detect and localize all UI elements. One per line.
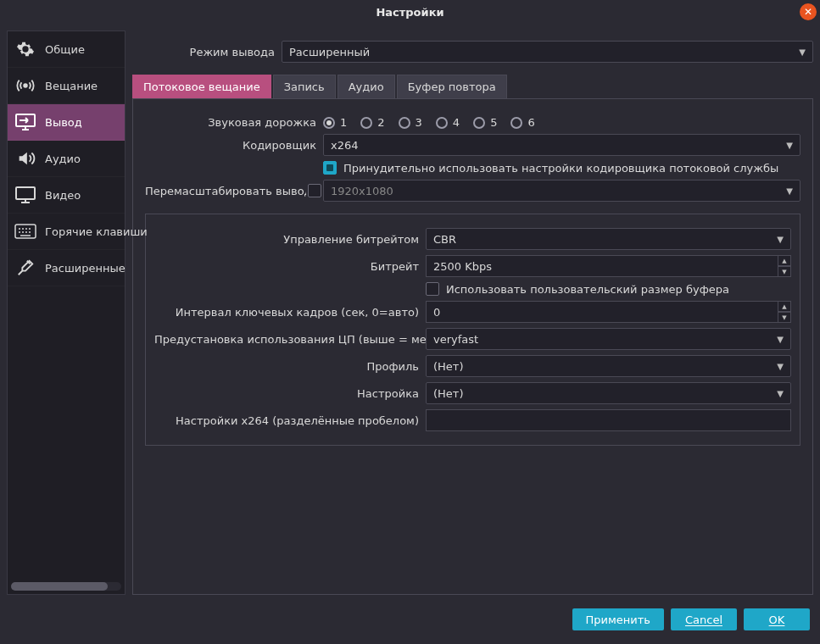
- encoder-label: Кодировщик: [145, 139, 323, 152]
- encoder-select[interactable]: x264 ▼: [323, 134, 800, 156]
- audio-track-label: Звуковая дорожка: [145, 116, 323, 129]
- rescale-checkbox[interactable]: [308, 184, 321, 197]
- streaming-panel: Звуковая дорожка 1 2 3 4 5 6 Кодировщик …: [132, 98, 813, 595]
- enforce-encoder-label: Принудительно использовать настройки код…: [343, 162, 778, 175]
- ok-button[interactable]: OK: [744, 608, 810, 630]
- sidebar-item-audio[interactable]: Аудио: [8, 141, 125, 177]
- enforce-encoder-checkbox[interactable]: [323, 161, 337, 175]
- sidebar-scrollbar-thumb[interactable]: [11, 582, 108, 591]
- tune-value: (Нет): [433, 387, 464, 400]
- tools-icon: [14, 258, 36, 277]
- sidebar-item-label: Горячие клавиши: [45, 225, 148, 238]
- audio-track-radio-2[interactable]: [360, 117, 372, 129]
- chevron-down-icon: ▼: [786, 141, 793, 150]
- sidebar-item-advanced[interactable]: Расширенные: [8, 250, 125, 286]
- svg-point-0: [24, 84, 27, 87]
- tune-select[interactable]: (Нет) ▼: [426, 382, 791, 404]
- chevron-down-icon: ▼: [777, 235, 784, 244]
- chevron-down-icon: ▼: [799, 47, 806, 57]
- rescale-value: 1920x1080: [331, 185, 393, 197]
- sidebar-item-video[interactable]: Видео: [8, 177, 125, 214]
- close-button[interactable]: ✕: [800, 3, 817, 20]
- sidebar-item-label: Вещание: [45, 80, 98, 92]
- gear-icon: [14, 40, 36, 58]
- rescale-label: Перемасштабировать вывод: [145, 185, 306, 197]
- chevron-down-icon: ▼: [777, 335, 784, 344]
- tabs: Потоковое вещание Запись Аудио Буфер пов…: [132, 75, 813, 98]
- output-icon: [14, 113, 36, 131]
- bitrate-label: Битрейт: [154, 260, 426, 273]
- bitrate-spinner[interactable]: 2500 Kbps ▲ ▼: [426, 255, 791, 277]
- cancel-button[interactable]: Cancel: [671, 608, 737, 630]
- cpu-preset-select[interactable]: veryfast ▼: [426, 328, 791, 350]
- x264opts-label: Настройки x264 (разделённые пробелом): [154, 414, 426, 427]
- content-area: Режим вывода Расширенный ▼ Потоковое вещ…: [132, 31, 813, 595]
- profile-label: Профиль: [154, 360, 426, 373]
- rate-control-value: CBR: [433, 233, 456, 246]
- audio-track-radio-1[interactable]: [323, 117, 335, 129]
- svg-rect-2: [16, 187, 35, 199]
- tab-replay-buffer[interactable]: Буфер повтора: [397, 75, 507, 98]
- keyframe-up-button[interactable]: ▲: [778, 301, 791, 312]
- sidebar-item-label: Аудио: [45, 153, 81, 165]
- chevron-down-icon: ▼: [786, 186, 793, 196]
- tab-audio[interactable]: Аудио: [337, 75, 395, 98]
- output-mode-select[interactable]: Расширенный ▼: [282, 41, 813, 63]
- tab-streaming[interactable]: Потоковое вещание: [132, 75, 271, 98]
- sidebar-item-label: Расширенные: [45, 262, 126, 275]
- keyframe-spinner[interactable]: 0 ▲ ▼: [426, 301, 791, 323]
- audio-track-radio-4[interactable]: [436, 117, 448, 129]
- sidebar-item-label: Вывод: [45, 116, 82, 129]
- rate-control-select[interactable]: CBR ▼: [426, 228, 791, 250]
- output-mode-label: Режим вывода: [132, 46, 282, 58]
- footer: Применить Cancel OK: [0, 602, 820, 637]
- encoder-value: x264: [331, 139, 359, 152]
- sidebar-item-hotkeys[interactable]: Горячие клавиши: [8, 214, 125, 250]
- rescale-select[interactable]: 1920x1080 ▼: [323, 180, 800, 202]
- tune-label: Настройка: [154, 387, 426, 400]
- titlebar: Настройки ✕: [0, 0, 820, 24]
- keyframe-label: Интервал ключевых кадров (сек, 0=авто): [154, 306, 426, 319]
- sidebar: Общие Вещание Вывод Аудио Видео: [7, 31, 126, 595]
- sidebar-scrollbar[interactable]: [11, 582, 121, 591]
- sidebar-item-stream[interactable]: Вещание: [8, 68, 125, 104]
- tab-recording[interactable]: Запись: [273, 75, 336, 98]
- chevron-down-icon: ▼: [777, 362, 784, 371]
- cpu-preset-value: veryfast: [433, 333, 478, 346]
- window-title: Настройки: [376, 6, 443, 19]
- custom-buffer-checkbox[interactable]: [426, 282, 439, 296]
- apply-button[interactable]: Применить: [572, 608, 664, 630]
- profile-select[interactable]: (Нет) ▼: [426, 355, 791, 377]
- custom-buffer-label: Использовать пользовательский размер буф…: [446, 283, 729, 296]
- x264opts-input[interactable]: [426, 409, 791, 431]
- profile-value: (Нет): [433, 360, 464, 373]
- output-mode-value: Расширенный: [289, 46, 370, 58]
- keyframe-down-button[interactable]: ▼: [778, 312, 791, 323]
- audio-track-radio-3[interactable]: [399, 117, 410, 129]
- audio-track-radio-5[interactable]: [473, 117, 485, 129]
- speaker-icon: [14, 149, 36, 168]
- chevron-down-icon: ▼: [777, 389, 784, 398]
- monitor-icon: [14, 186, 36, 204]
- keyboard-icon: [14, 222, 36, 241]
- encoder-settings-panel: Управление битрейтом CBR ▼ Битрейт 2500 …: [145, 214, 800, 446]
- broadcast-icon: [14, 76, 36, 95]
- bitrate-value[interactable]: 2500 Kbps: [426, 255, 778, 277]
- cpu-preset-label: Предустановка использования ЦП (выше = м…: [154, 333, 426, 346]
- keyframe-value[interactable]: 0: [426, 301, 778, 323]
- bitrate-down-button[interactable]: ▼: [778, 266, 791, 277]
- sidebar-item-output[interactable]: Вывод: [8, 104, 125, 141]
- sidebar-item-general[interactable]: Общие: [8, 31, 125, 68]
- sidebar-item-label: Видео: [45, 189, 81, 202]
- bitrate-up-button[interactable]: ▲: [778, 255, 791, 266]
- sidebar-item-label: Общие: [45, 43, 85, 56]
- rate-control-label: Управление битрейтом: [154, 233, 426, 246]
- audio-track-radio-6[interactable]: [510, 117, 522, 129]
- close-icon: ✕: [804, 6, 812, 18]
